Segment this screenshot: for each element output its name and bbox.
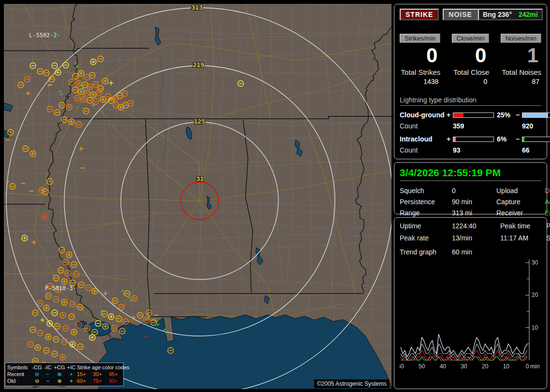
ic-plus-bar xyxy=(453,137,494,142)
strikes-per-min-chip: Strikes/min xyxy=(400,34,440,43)
capture-status: Active xyxy=(545,198,550,206)
svg-text:125: 125 xyxy=(194,118,205,125)
noises-per-min-chip: Noises/min xyxy=(501,34,541,43)
svg-text:30: 30 xyxy=(461,363,467,370)
ic-minus-bar xyxy=(522,137,550,142)
total-strikes-label: Total Strikes xyxy=(401,68,441,76)
legend-row-label: Recent xyxy=(7,371,31,378)
total-noises-label: Total Noises xyxy=(502,68,541,76)
squelch-value: 0 xyxy=(452,187,496,195)
strike-symbol-glyph: ⊕ xyxy=(53,371,66,378)
total-noises-value: 87 xyxy=(532,78,539,85)
intracloud-row: Intracloud + 6% − 5% xyxy=(400,135,541,143)
cloud-ground-counts: Count 359 920 xyxy=(400,122,541,130)
uptime-label: Uptime xyxy=(400,222,452,230)
total-close-value: 0 xyxy=(484,78,488,85)
plot-mode-value: Strike xyxy=(546,234,550,242)
legend-type-header: -CG xyxy=(31,364,43,371)
svg-text:50: 50 xyxy=(419,363,425,370)
plus-sign: + xyxy=(447,135,453,143)
minus-sign: − xyxy=(516,135,522,143)
plus-sign: + xyxy=(447,111,453,119)
total-strikes-value: 1438 xyxy=(423,78,438,85)
trend-graph-label: Trend graph xyxy=(400,248,452,256)
map-legend: Symbols-CG-IC+CG+ICStrike age color code… xyxy=(5,363,124,386)
legend-type-header: -IC xyxy=(43,364,53,371)
strike-mode-button[interactable]: STRIKE xyxy=(400,9,439,20)
intracloud-label: Intracloud xyxy=(400,135,447,143)
receiver-status: Enabled xyxy=(545,209,550,217)
svg-text:313: 313 xyxy=(191,4,203,11)
age-code-value: 90+ xyxy=(109,378,124,384)
age-code-value: 30+ xyxy=(93,371,109,378)
application-window: 31321912531L-5502-2-P-5010-3- Symbols-CG… xyxy=(0,0,550,392)
ic-plus-pct: 6% xyxy=(494,135,516,143)
close-per-min-chip: Close/min xyxy=(452,34,490,43)
svg-text:30: 30 xyxy=(532,259,538,266)
upload-label: Upload xyxy=(496,187,545,195)
legend-symbols-header: Symbols xyxy=(7,364,31,371)
svg-text:60: 60 xyxy=(400,363,404,370)
bearing-distance: 242mi xyxy=(519,11,538,18)
peak-rate-value: 13/min xyxy=(452,234,500,242)
strike-counters-panel: STRIKE NOISE Bng 236° 242mi Strikes/min … xyxy=(394,4,547,159)
svg-text:L-5502-2-: L-5502-2- xyxy=(29,32,60,39)
trend-panel: Uptime 1224:40 Peak time Plot Peak rate … xyxy=(394,217,547,389)
ic-plus-count: 93 xyxy=(453,146,494,154)
strike-symbol-glyph: − xyxy=(43,378,53,384)
bearing-readout: Bng 236° 242mi xyxy=(478,9,543,20)
persistence-value: 90 min xyxy=(452,198,496,206)
peak-time-label: Peak time xyxy=(500,222,546,230)
capture-label: Capture xyxy=(496,198,545,206)
svg-text:40: 40 xyxy=(440,363,447,370)
svg-text:219: 219 xyxy=(193,61,204,69)
plot-label: Plot xyxy=(546,222,550,230)
datetime-display: 3/4/2026 12:55:19 PM xyxy=(400,167,541,181)
svg-text:0: 0 xyxy=(526,363,529,370)
cg-plus-count: 359 xyxy=(453,122,494,130)
uptime-value: 1224:40 xyxy=(452,222,500,230)
copyright-text: ©2005 Astrogenic Systems xyxy=(314,379,390,388)
trend-graph-window: 60 min xyxy=(452,248,541,256)
cloud-ground-label: Cloud-ground xyxy=(400,111,447,119)
strikes-per-min-value: 0 xyxy=(426,44,437,67)
svg-text:10: 10 xyxy=(503,363,510,370)
cg-minus-count: 920 xyxy=(522,122,550,130)
lightning-map[interactable]: 31321912531L-5502-2-P-5010-3- Symbols-CG… xyxy=(4,4,391,389)
svg-text:10: 10 xyxy=(532,324,538,331)
svg-text:20: 20 xyxy=(532,292,538,298)
strike-symbol-glyph: + xyxy=(66,378,77,384)
status-panel: 3/4/2026 12:55:19 PM Squelch 0 Upload Di… xyxy=(394,162,547,214)
strike-symbol-glyph: ⊖ xyxy=(31,378,43,384)
noise-mode-button[interactable]: NOISE xyxy=(443,9,478,20)
age-code-value: 60+ xyxy=(77,378,93,384)
map-canvas[interactable]: 31321912531L-5502-2-P-5010-3- xyxy=(4,4,391,389)
svg-text:min: min xyxy=(530,363,539,370)
strikes-per-min-column: Strikes/min 0 Total Strikes 1438 xyxy=(400,34,440,85)
range-value: 313 mi xyxy=(452,209,496,217)
strike-symbol-glyph: ⊖ xyxy=(31,371,43,378)
cg-plus-pct: 25% xyxy=(494,111,516,119)
age-code-value: 75+ xyxy=(93,378,109,384)
persistence-label: Persistence xyxy=(400,198,452,206)
noises-per-min-column: Noises/min 1 Total Noises 87 xyxy=(501,34,541,85)
legend-row-label: Old xyxy=(7,378,31,384)
legend-type-header: +IC xyxy=(66,364,77,371)
count-label: Count xyxy=(400,122,447,130)
total-close-label: Total Close xyxy=(453,68,489,76)
legend-age-header: Strike age color codes xyxy=(77,364,124,371)
svg-text:P-5010-3-: P-5010-3- xyxy=(45,285,76,292)
count-label: Count xyxy=(400,146,447,154)
svg-text:20: 20 xyxy=(482,363,489,370)
noises-per-min-value: 1 xyxy=(527,44,538,67)
minus-sign: − xyxy=(516,111,522,119)
strike-symbol-glyph: − xyxy=(43,371,53,378)
age-code-value: 45+ xyxy=(109,371,124,378)
age-code-value: 15+ xyxy=(77,371,93,378)
ic-minus-count: 66 xyxy=(522,146,550,154)
cg-plus-bar xyxy=(453,112,494,118)
intracloud-counts: Count 93 66 xyxy=(400,146,541,154)
strike-trend-chart: 1020306050403020100min xyxy=(400,258,543,375)
strike-symbol-glyph: + xyxy=(66,371,77,378)
distribution-title: Lightning type distribution xyxy=(400,96,541,106)
